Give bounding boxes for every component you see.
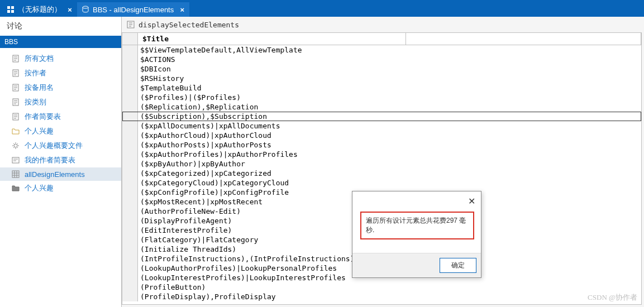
row-gutter — [122, 64, 138, 74]
tab-untitled[interactable]: （无标题的） × — [2, 2, 77, 17]
sidebar-item-2[interactable]: 按备用名 — [0, 80, 121, 95]
row-cell: $$ViewTemplateDefault,AllViewTemplate — [138, 45, 304, 55]
svg-rect-12 — [12, 171, 19, 178]
row-cell: (AuthorProfileNew-Edit) — [138, 207, 243, 216]
svg-rect-1 — [11, 6, 14, 9]
row-gutter — [122, 131, 138, 140]
table-row[interactable]: $RSHistory — [122, 74, 641, 83]
ok-button[interactable]: 确定 — [440, 258, 476, 273]
row-gutter — [122, 282, 138, 292]
row-cell: ($xpAuthorCloud)|xpAuthorCloud — [138, 131, 274, 140]
row-cell: ($Replication),$Replication — [138, 102, 260, 112]
row-cell: (LookupAuthorProfiles)|LookupPersonalPro… — [138, 263, 339, 273]
row-cell: (EditInterestProfile) — [138, 226, 234, 235]
sidebar-item-7[interactable]: 我的作者简要表 — [0, 153, 121, 167]
doc-icon — [11, 98, 20, 107]
row-cell: $TemplateBuild — [138, 83, 204, 93]
table-row[interactable]: (ProfileButton) — [122, 282, 641, 292]
sidebar-item-8[interactable]: allDesignElements — [0, 167, 121, 181]
row-gutter — [122, 159, 138, 169]
db-icon — [82, 6, 89, 13]
sidebar-item-9[interactable]: 个人兴趣 — [0, 181, 121, 195]
sidebar: 讨论 BBS 所有文档按作者按备用名按类别作者简要表个人兴趣个人兴趣概要文件我的… — [0, 17, 122, 307]
tab-bbs-design[interactable]: BBS - allDesignElements × — [77, 2, 189, 17]
row-cell: $ACTIONS — [138, 55, 178, 64]
row-cell: (LookupInterestProfiles)|LookupInterestP… — [138, 273, 348, 282]
row-cell: ($xpConfigProfile)|xpConfigProfile — [138, 188, 291, 197]
sidebar-item-label: 个人兴趣概要文件 — [25, 141, 83, 151]
grid-header-title[interactable]: $Title — [138, 33, 406, 45]
tab-bar: （无标题的） × BBS - allDesignElements × — [0, 0, 644, 17]
row-cell: (FlatCategory)|FlatCategory — [138, 235, 260, 244]
table-row[interactable]: ($xpByAuthor)|xpByAuthor — [122, 159, 641, 169]
row-cell: $RSHistory — [138, 74, 186, 83]
table-row[interactable]: ($xpAuthorProfiles)|xpAuthorProfiles — [122, 150, 641, 159]
row-gutter — [122, 235, 138, 244]
close-icon[interactable]: ✕ — [468, 196, 475, 207]
close-icon[interactable]: × — [67, 7, 73, 12]
sidebar-item-5[interactable]: 个人兴趣 — [0, 124, 121, 138]
svg-rect-11 — [12, 157, 19, 163]
grid-icon — [7, 6, 15, 13]
table-row[interactable]: ($Subscription),$Subscription — [122, 112, 641, 121]
row-cell: ($xpCategoryCloud)|xpCategoryCloud — [138, 178, 291, 188]
table-row[interactable]: $DBIcon — [122, 64, 641, 74]
row-gutter — [122, 216, 138, 226]
table-row[interactable]: ($xpAuthorPosts)|xpAuthorPosts — [122, 140, 641, 150]
row-gutter — [122, 55, 138, 64]
svg-rect-3 — [11, 10, 14, 13]
grid-header-gutter[interactable] — [122, 33, 138, 45]
table-row[interactable]: $TemplateBuild — [122, 83, 641, 93]
row-gutter — [122, 178, 138, 188]
row-gutter — [122, 150, 138, 159]
table-row[interactable]: ($Profiles)|($Profiles) — [122, 93, 641, 102]
table-row[interactable]: $ACTIONS — [122, 55, 641, 64]
table-row[interactable]: ($xpAuthorCloud)|xpAuthorCloud — [122, 131, 641, 140]
row-gutter — [122, 188, 138, 197]
sidebar-item-3[interactable]: 按类别 — [0, 95, 121, 109]
row-gutter — [122, 254, 138, 263]
sidebar-item-4[interactable]: 作者简要表 — [0, 109, 121, 124]
table-row[interactable]: ($xpCategoryCloud)|xpCategoryCloud — [122, 178, 641, 188]
doc-icon — [11, 112, 20, 121]
row-cell: ($xpMostRecent)|xpMostRecent — [138, 197, 265, 207]
table-row[interactable]: ($Replication),$Replication — [122, 102, 641, 112]
grid-icon — [11, 170, 20, 179]
svg-point-4 — [83, 6, 88, 8]
sidebar-item-label: 作者简要表 — [25, 112, 61, 122]
close-icon[interactable]: × — [179, 7, 185, 12]
row-gutter — [122, 74, 138, 83]
row-gutter — [122, 244, 138, 254]
action-icon — [126, 20, 135, 29]
sidebar-item-0[interactable]: 所有文档 — [0, 51, 121, 66]
folder-icon — [11, 127, 20, 136]
sidebar-title: 讨论 — [0, 17, 121, 36]
gear-icon — [11, 141, 20, 150]
sidebar-item-label: 个人兴趣 — [25, 126, 54, 136]
sidebar-group[interactable]: BBS — [0, 36, 121, 48]
svg-point-10 — [14, 144, 17, 147]
table-row[interactable]: $$ViewTemplateDefault,AllViewTemplate — [122, 45, 641, 55]
sidebar-item-6[interactable]: 个人兴趣概要文件 — [0, 138, 121, 153]
row-gutter — [122, 112, 138, 121]
table-row[interactable]: ($xpAllDocuments)|xpAllDocuments — [122, 121, 641, 131]
sidebar-item-1[interactable]: 按作者 — [0, 66, 121, 80]
svg-rect-2 — [7, 10, 10, 13]
sidebar-item-label: 我的作者简要表 — [25, 155, 75, 165]
row-cell: (ProfileButton) — [138, 282, 208, 292]
row-gutter — [122, 121, 138, 131]
tab-label: （无标题的） — [18, 4, 61, 15]
row-cell: $DBIcon — [138, 64, 173, 74]
table-row[interactable]: ($xpCategorized)|xpCategorized — [122, 169, 641, 178]
row-gutter — [122, 197, 138, 207]
grid-header: $Title — [122, 33, 641, 45]
row-cell: ($Profiles)|($Profiles) — [138, 93, 243, 102]
grid-header-empty[interactable] — [406, 33, 641, 45]
sidebar-item-label: 所有文档 — [25, 54, 54, 64]
dialog-message: 遍历所有设计元素总共花费297 毫秒. — [360, 212, 474, 239]
doc-icon — [11, 83, 20, 92]
row-gutter — [122, 45, 138, 55]
row-cell: ($xpAuthorProfiles)|xpAuthorProfiles — [138, 150, 300, 159]
table-row[interactable]: (ProfileDisplay),ProfileDisplay — [122, 292, 641, 301]
message-dialog: ✕ 遍历所有设计元素总共花费297 毫秒. 确定 — [352, 191, 481, 278]
